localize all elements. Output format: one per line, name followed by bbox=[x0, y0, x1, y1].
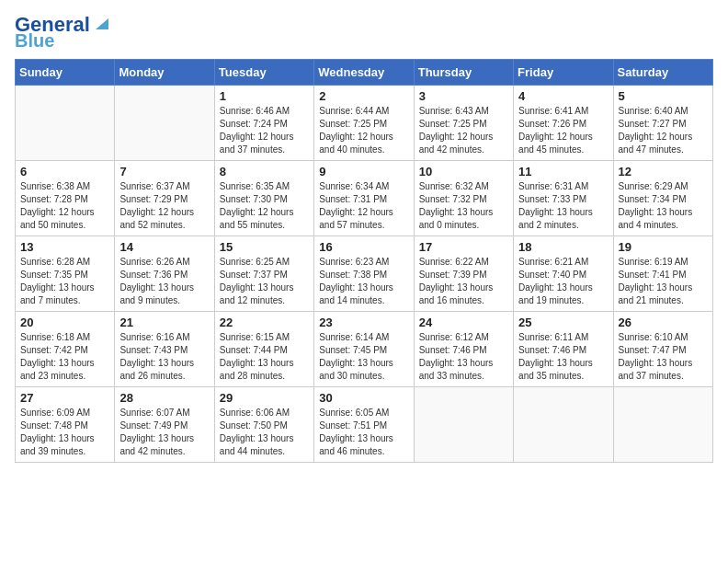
calendar-cell: 10Sunrise: 6:32 AM Sunset: 7:32 PM Dayli… bbox=[414, 161, 513, 236]
calendar-cell: 9Sunrise: 6:34 AM Sunset: 7:31 PM Daylig… bbox=[314, 161, 414, 236]
calendar-week-row: 20Sunrise: 6:18 AM Sunset: 7:42 PM Dayli… bbox=[16, 312, 713, 387]
calendar-cell bbox=[514, 387, 613, 463]
day-info: Sunrise: 6:05 AM Sunset: 7:51 PM Dayligh… bbox=[319, 407, 408, 458]
calendar-cell bbox=[414, 387, 513, 463]
day-number: 21 bbox=[119, 316, 209, 329]
day-number: 4 bbox=[518, 89, 608, 103]
calendar-cell: 27Sunrise: 6:09 AM Sunset: 7:48 PM Dayli… bbox=[16, 387, 115, 463]
page-header: General Blue bbox=[15, 15, 713, 50]
day-number: 2 bbox=[319, 89, 408, 103]
calendar-cell: 12Sunrise: 6:29 AM Sunset: 7:34 PM Dayli… bbox=[613, 161, 712, 236]
day-info: Sunrise: 6:35 AM Sunset: 7:30 PM Dayligh… bbox=[220, 180, 309, 232]
day-number: 26 bbox=[619, 316, 708, 329]
calendar-cell: 8Sunrise: 6:35 AM Sunset: 7:30 PM Daylig… bbox=[214, 161, 313, 236]
day-number: 16 bbox=[319, 240, 408, 254]
day-info: Sunrise: 6:15 AM Sunset: 7:44 PM Dayligh… bbox=[220, 331, 309, 383]
calendar-cell: 29Sunrise: 6:06 AM Sunset: 7:50 PM Dayli… bbox=[214, 387, 313, 463]
day-info: Sunrise: 6:18 AM Sunset: 7:42 PM Dayligh… bbox=[20, 331, 109, 383]
day-number: 28 bbox=[119, 391, 209, 405]
day-number: 15 bbox=[220, 240, 309, 254]
logo-icon bbox=[92, 15, 108, 31]
calendar-week-row: 27Sunrise: 6:09 AM Sunset: 7:48 PM Dayli… bbox=[16, 387, 713, 463]
day-number: 29 bbox=[220, 391, 309, 405]
day-info: Sunrise: 6:22 AM Sunset: 7:39 PM Dayligh… bbox=[419, 256, 508, 307]
logo-text-blue: Blue bbox=[15, 31, 54, 50]
day-info: Sunrise: 6:11 AM Sunset: 7:46 PM Dayligh… bbox=[518, 331, 608, 383]
calendar-cell: 23Sunrise: 6:14 AM Sunset: 7:45 PM Dayli… bbox=[314, 312, 414, 387]
calendar-header-row: SundayMondayTuesdayWednesdayThursdayFrid… bbox=[16, 60, 713, 86]
day-info: Sunrise: 6:25 AM Sunset: 7:37 PM Dayligh… bbox=[220, 256, 309, 307]
calendar-week-row: 1Sunrise: 6:46 AM Sunset: 7:24 PM Daylig… bbox=[16, 86, 713, 161]
calendar-cell: 30Sunrise: 6:05 AM Sunset: 7:51 PM Dayli… bbox=[314, 387, 414, 463]
calendar-cell: 14Sunrise: 6:26 AM Sunset: 7:36 PM Dayli… bbox=[115, 236, 214, 312]
day-number: 10 bbox=[419, 165, 508, 178]
day-number: 3 bbox=[419, 89, 508, 103]
day-info: Sunrise: 6:06 AM Sunset: 7:50 PM Dayligh… bbox=[220, 407, 309, 458]
calendar-week-row: 13Sunrise: 6:28 AM Sunset: 7:35 PM Dayli… bbox=[16, 236, 713, 312]
day-info: Sunrise: 6:23 AM Sunset: 7:38 PM Dayligh… bbox=[319, 256, 408, 307]
day-info: Sunrise: 6:44 AM Sunset: 7:25 PM Dayligh… bbox=[319, 105, 408, 156]
logo: General Blue bbox=[15, 15, 108, 50]
day-number: 22 bbox=[220, 316, 309, 329]
calendar-cell: 15Sunrise: 6:25 AM Sunset: 7:37 PM Dayli… bbox=[214, 236, 313, 312]
day-number: 25 bbox=[518, 316, 608, 329]
calendar-week-row: 6Sunrise: 6:38 AM Sunset: 7:28 PM Daylig… bbox=[16, 161, 713, 236]
calendar-cell: 28Sunrise: 6:07 AM Sunset: 7:49 PM Dayli… bbox=[115, 387, 214, 463]
day-number: 14 bbox=[119, 240, 209, 254]
day-info: Sunrise: 6:09 AM Sunset: 7:48 PM Dayligh… bbox=[20, 407, 109, 458]
calendar-table: SundayMondayTuesdayWednesdayThursdayFrid… bbox=[15, 59, 713, 463]
calendar-cell bbox=[115, 86, 214, 161]
svg-marker-0 bbox=[96, 18, 108, 29]
calendar-cell: 18Sunrise: 6:21 AM Sunset: 7:40 PM Dayli… bbox=[514, 236, 613, 312]
calendar-cell: 17Sunrise: 6:22 AM Sunset: 7:39 PM Dayli… bbox=[414, 236, 513, 312]
calendar-cell: 25Sunrise: 6:11 AM Sunset: 7:46 PM Dayli… bbox=[514, 312, 613, 387]
day-number: 17 bbox=[419, 240, 508, 254]
day-number: 6 bbox=[20, 165, 109, 178]
day-info: Sunrise: 6:28 AM Sunset: 7:35 PM Dayligh… bbox=[20, 256, 109, 307]
day-number: 19 bbox=[619, 240, 708, 254]
calendar-cell bbox=[613, 387, 712, 463]
calendar-cell: 6Sunrise: 6:38 AM Sunset: 7:28 PM Daylig… bbox=[16, 161, 115, 236]
day-info: Sunrise: 6:16 AM Sunset: 7:43 PM Dayligh… bbox=[119, 331, 209, 383]
day-info: Sunrise: 6:37 AM Sunset: 7:29 PM Dayligh… bbox=[119, 180, 209, 232]
day-number: 18 bbox=[518, 240, 608, 254]
day-number: 27 bbox=[20, 391, 109, 405]
calendar-day-header: Monday bbox=[115, 60, 214, 86]
day-info: Sunrise: 6:40 AM Sunset: 7:27 PM Dayligh… bbox=[619, 105, 708, 156]
day-info: Sunrise: 6:34 AM Sunset: 7:31 PM Dayligh… bbox=[319, 180, 408, 232]
day-number: 5 bbox=[619, 89, 708, 103]
day-info: Sunrise: 6:14 AM Sunset: 7:45 PM Dayligh… bbox=[319, 331, 408, 383]
calendar-cell: 22Sunrise: 6:15 AM Sunset: 7:44 PM Dayli… bbox=[214, 312, 313, 387]
day-info: Sunrise: 6:29 AM Sunset: 7:34 PM Dayligh… bbox=[619, 180, 708, 232]
day-info: Sunrise: 6:31 AM Sunset: 7:33 PM Dayligh… bbox=[518, 180, 608, 232]
calendar-cell: 19Sunrise: 6:19 AM Sunset: 7:41 PM Dayli… bbox=[613, 236, 712, 312]
day-number: 30 bbox=[319, 391, 408, 405]
day-info: Sunrise: 6:26 AM Sunset: 7:36 PM Dayligh… bbox=[119, 256, 209, 307]
day-number: 7 bbox=[119, 165, 209, 178]
calendar-cell: 2Sunrise: 6:44 AM Sunset: 7:25 PM Daylig… bbox=[314, 86, 414, 161]
calendar-day-header: Wednesday bbox=[314, 60, 414, 86]
day-number: 24 bbox=[419, 316, 508, 329]
calendar-cell: 7Sunrise: 6:37 AM Sunset: 7:29 PM Daylig… bbox=[115, 161, 214, 236]
calendar-cell: 13Sunrise: 6:28 AM Sunset: 7:35 PM Dayli… bbox=[16, 236, 115, 312]
day-info: Sunrise: 6:19 AM Sunset: 7:41 PM Dayligh… bbox=[619, 256, 708, 307]
calendar-cell: 26Sunrise: 6:10 AM Sunset: 7:47 PM Dayli… bbox=[613, 312, 712, 387]
day-number: 12 bbox=[619, 165, 708, 178]
calendar-day-header: Saturday bbox=[613, 60, 712, 86]
day-info: Sunrise: 6:10 AM Sunset: 7:47 PM Dayligh… bbox=[619, 331, 708, 383]
day-info: Sunrise: 6:12 AM Sunset: 7:46 PM Dayligh… bbox=[419, 331, 508, 383]
calendar-cell: 1Sunrise: 6:46 AM Sunset: 7:24 PM Daylig… bbox=[214, 86, 313, 161]
calendar-cell: 16Sunrise: 6:23 AM Sunset: 7:38 PM Dayli… bbox=[314, 236, 414, 312]
day-info: Sunrise: 6:07 AM Sunset: 7:49 PM Dayligh… bbox=[119, 407, 209, 458]
calendar-cell: 21Sunrise: 6:16 AM Sunset: 7:43 PM Dayli… bbox=[115, 312, 214, 387]
calendar-day-header: Thursday bbox=[414, 60, 513, 86]
day-number: 20 bbox=[20, 316, 109, 329]
day-number: 13 bbox=[20, 240, 109, 254]
calendar-cell: 11Sunrise: 6:31 AM Sunset: 7:33 PM Dayli… bbox=[514, 161, 613, 236]
calendar-cell: 4Sunrise: 6:41 AM Sunset: 7:26 PM Daylig… bbox=[514, 86, 613, 161]
day-info: Sunrise: 6:41 AM Sunset: 7:26 PM Dayligh… bbox=[518, 105, 608, 156]
day-number: 23 bbox=[319, 316, 408, 329]
calendar-day-header: Tuesday bbox=[214, 60, 313, 86]
calendar-cell: 5Sunrise: 6:40 AM Sunset: 7:27 PM Daylig… bbox=[613, 86, 712, 161]
day-info: Sunrise: 6:32 AM Sunset: 7:32 PM Dayligh… bbox=[419, 180, 508, 232]
